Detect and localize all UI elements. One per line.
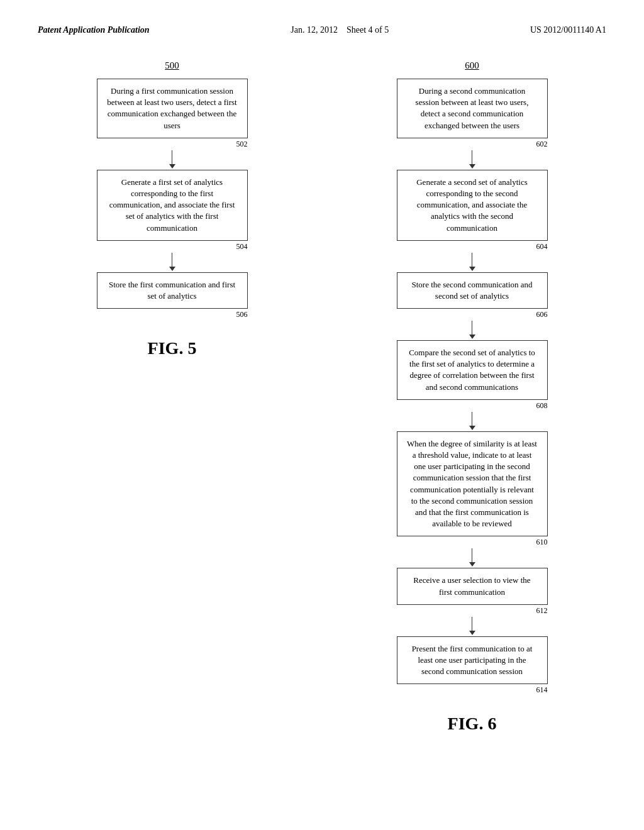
step-502-num: 502 (97, 140, 248, 149)
step-602-box: During a second communication session be… (397, 79, 548, 138)
header-center: Jan. 12, 2012 Sheet 4 of 5 (291, 25, 389, 35)
step-604-num: 604 (397, 242, 548, 252)
arrow-604-606 (469, 253, 475, 271)
step-614-box: Present the first communication to at le… (397, 636, 548, 685)
header-sheet: Sheet 4 of 5 (347, 25, 389, 35)
step-608-num: 608 (397, 401, 548, 411)
step-614-num: 614 (397, 685, 548, 695)
step-608-box: Compare the second set of analytics to t… (397, 340, 548, 400)
arrow-608-610 (469, 412, 475, 430)
step-504-box: Generate a first set of analytics corres… (97, 170, 248, 241)
step-610-box: When the degree of similarity is at leas… (397, 431, 548, 537)
fig5-flow-number: 500 (165, 60, 179, 71)
page-header: Patent Application Publication Jan. 12, … (0, 0, 644, 35)
step-606-box: Store the second communication and secon… (397, 272, 548, 309)
arrow-612-614 (469, 617, 475, 635)
arrow-602-604 (469, 150, 475, 169)
arrow-504-506 (169, 253, 175, 271)
fig6-flow-number: 600 (465, 60, 479, 71)
arrow-502-504 (169, 150, 175, 169)
header-right: US 2012/0011140 A1 (530, 25, 606, 35)
fig5-label: FIG. 5 (31, 338, 313, 358)
step-610-num: 610 (397, 538, 548, 547)
step-606-num: 606 (397, 310, 548, 319)
step-502-box: During a first communication session bet… (97, 79, 248, 138)
step-612-num: 612 (397, 606, 548, 616)
arrow-610-612 (469, 548, 475, 567)
step-506-box: Store the first communication and first … (97, 272, 248, 309)
fig6-label: FIG. 6 (331, 714, 613, 734)
step-504-num: 504 (97, 242, 248, 252)
fig6-column: 600 During a second communication sessio… (331, 60, 613, 734)
step-602-num: 602 (397, 140, 548, 149)
step-506-num: 506 (97, 310, 248, 319)
main-content: 500 During a first communication session… (0, 35, 644, 759)
page: Patent Application Publication Jan. 12, … (0, 0, 644, 830)
step-612-box: Receive a user selection to view the fir… (397, 568, 548, 604)
step-604-box: Generate a second set of analytics corre… (397, 170, 548, 241)
arrow-606-608 (469, 321, 475, 339)
header-left: Patent Application Publication (38, 25, 150, 35)
header-date: Jan. 12, 2012 (291, 25, 338, 35)
fig5-column: 500 During a first communication session… (31, 60, 313, 734)
